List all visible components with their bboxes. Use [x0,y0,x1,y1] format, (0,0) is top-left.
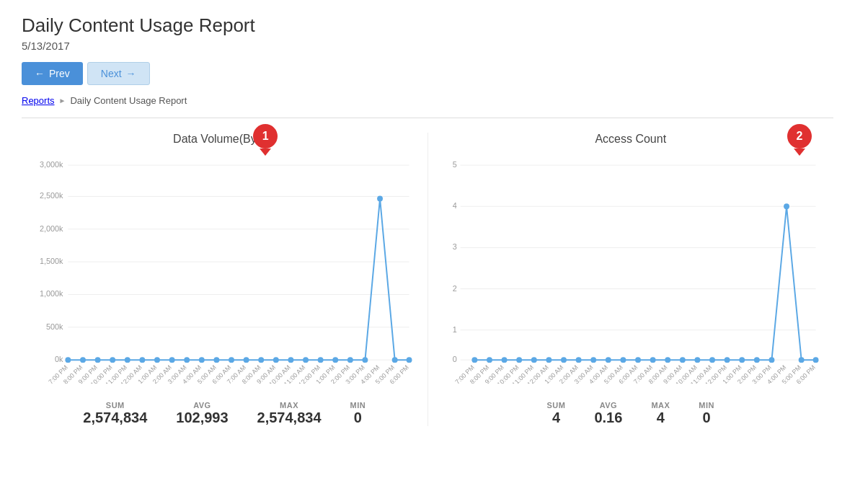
chart2-svg: 5 4 3 2 1 0 [443,153,820,384]
chart1-avg: AVG 102,993 [176,401,228,426]
svg-point-33 [347,357,353,363]
svg-point-81 [575,357,581,363]
svg-point-87 [665,357,670,363]
svg-point-82 [590,357,596,363]
svg-text:1: 1 [452,325,456,334]
breadcrumb-parent[interactable]: Reports [22,95,55,106]
svg-text:5: 5 [452,160,456,169]
chart2-min-value: 0 [699,410,714,426]
chart1-min-label: MIN [350,401,366,410]
svg-point-97 [812,357,818,363]
chart2-avg: AVG 0.16 [594,401,622,426]
chart1-max: MAX 2,574,834 [257,401,322,426]
chart2-area: 2 5 4 3 2 1 0 [443,153,820,386]
chart2-sum-label: SUM [546,401,565,410]
page-title: Daily Content Usage Report [22,14,833,37]
svg-point-19 [139,357,145,363]
svg-point-77 [516,357,522,363]
svg-text:1,000k: 1,000k [40,289,63,298]
svg-text:2: 2 [452,284,456,293]
svg-point-32 [332,357,338,363]
prev-button[interactable]: ← Prev [22,62,83,85]
svg-point-37 [407,357,412,363]
chart2-max: MAX 4 [651,401,670,426]
date-label: 5/13/2017 [22,40,833,52]
chart1-sum-value: 2,574,834 [83,410,147,426]
chart2-tooltip: 2 [787,124,812,149]
svg-point-16 [95,357,101,363]
svg-point-90 [709,357,715,363]
svg-point-89 [694,357,700,363]
svg-point-76 [501,357,507,363]
svg-point-83 [605,357,611,363]
arrow-left-icon: ← [35,68,45,79]
svg-point-34 [363,357,368,363]
chart1-area: 1 3,000k 2,500k 2,000k 1,500k 1,000k 500… [36,153,413,386]
svg-text:2,000k: 2,000k [40,224,63,233]
svg-point-74 [471,357,477,363]
svg-text:500k: 500k [46,322,63,331]
svg-text:0k: 0k [55,355,63,363]
nav-buttons: ← Prev Next → [22,62,833,85]
chart1-sum-label: SUM [83,401,147,410]
svg-point-36 [392,357,398,363]
svg-point-92 [739,357,745,363]
chart2-sum-value: 4 [546,410,565,426]
svg-text:4: 4 [452,201,456,210]
next-label: Next [101,68,122,79]
svg-text:2,500k: 2,500k [40,191,63,200]
chart1-svg: 3,000k 2,500k 2,000k 1,500k 1,000k 500k … [36,153,413,384]
svg-point-29 [288,357,293,363]
svg-point-88 [679,357,685,363]
svg-point-27 [258,357,264,363]
svg-point-18 [125,357,130,363]
chart-panel-access: Access Count 2 5 4 3 2 1 0 [428,133,834,426]
chart1-avg-value: 102,993 [176,410,228,426]
chart2-avg-label: AVG [594,401,622,410]
chart2-sum: SUM 4 [546,401,565,426]
chart2-max-label: MAX [651,401,670,410]
breadcrumb-separator: ► [59,97,66,105]
svg-point-31 [318,357,324,363]
svg-text:3: 3 [452,242,456,251]
chart2-avg-value: 0.16 [594,410,622,426]
chart2-min-label: MIN [699,401,714,410]
divider [22,118,833,118]
arrow-right-icon: → [126,68,136,79]
svg-point-17 [110,357,115,363]
chart1-min: MIN 0 [350,401,366,426]
svg-point-28 [273,357,279,363]
svg-text:0: 0 [452,355,456,363]
svg-point-21 [169,357,175,363]
svg-point-84 [620,357,626,363]
svg-point-91 [724,357,730,363]
prev-label: Prev [49,68,70,79]
svg-point-24 [213,357,219,363]
chart2-stats: SUM 4 AVG 0.16 MAX 4 MIN 0 [443,401,820,426]
svg-point-96 [798,357,804,363]
svg-point-30 [303,357,309,363]
breadcrumb-current: Daily Content Usage Report [70,95,187,106]
chart-panel-volume: Data Volume(Bytes) 1 3,000k 2,500k 2,000… [22,133,428,426]
svg-point-23 [199,357,205,363]
chart1-title: Data Volume(Bytes) [36,133,413,146]
chart1-max-label: MAX [257,401,322,410]
svg-point-94 [768,357,774,363]
chart2-title: Access Count [443,133,820,146]
breadcrumb: Reports ► Daily Content Usage Report [22,95,833,106]
svg-point-35 [377,195,383,201]
chart2-min: MIN 0 [699,401,714,426]
svg-point-85 [635,357,641,363]
svg-point-26 [244,357,249,363]
chart1-avg-label: AVG [176,401,228,410]
svg-point-79 [546,357,551,363]
svg-point-25 [229,357,234,363]
chart1-stats: SUM 2,574,834 AVG 102,993 MAX 2,574,834 … [36,401,413,426]
svg-point-22 [184,357,190,363]
svg-point-15 [80,357,86,363]
svg-point-14 [65,357,71,363]
next-button[interactable]: Next → [87,62,150,85]
svg-point-80 [561,357,567,363]
charts-container: Data Volume(Bytes) 1 3,000k 2,500k 2,000… [22,133,833,426]
svg-point-78 [531,357,536,363]
